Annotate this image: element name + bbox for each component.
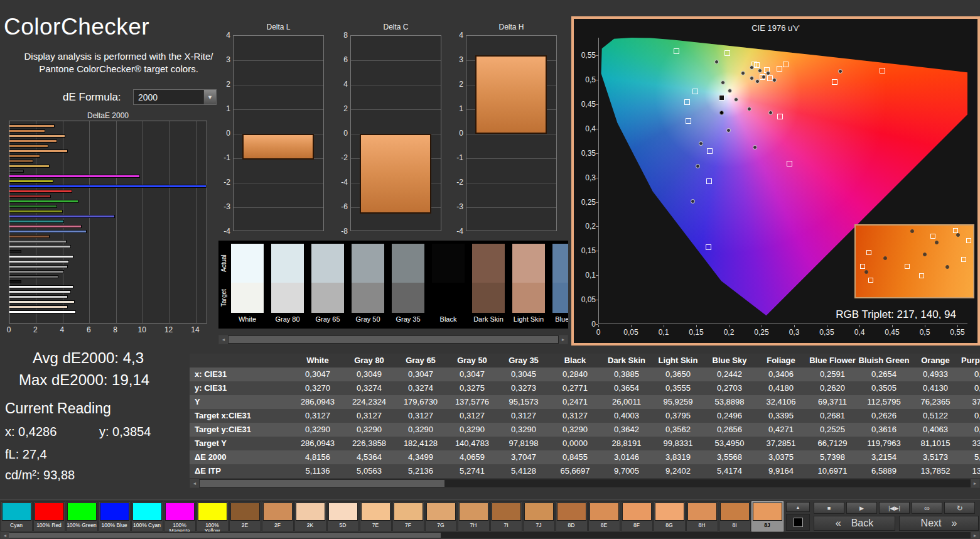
back-button[interactable]: « Back	[814, 516, 895, 531]
interval-button[interactable]: |◀▶|	[879, 502, 910, 514]
y-tick-label: 0,25	[574, 198, 596, 207]
transport-controls: ■ ▶ |◀▶| ∞ ↻	[814, 502, 975, 514]
patch-button[interactable]: 100% Green	[66, 501, 98, 531]
y-tick-label: -3	[210, 202, 230, 211]
patch-button[interactable]: Cyan	[1, 501, 33, 531]
patch-button[interactable]: 7J	[523, 501, 555, 531]
patch-actual-swatch	[392, 244, 424, 283]
table-cell: 0,3045	[498, 368, 549, 381]
deltae-bar	[9, 160, 33, 163]
de-formula-dropdown[interactable]: 2000 ▼	[133, 89, 217, 105]
stop-button[interactable]: ■	[814, 502, 844, 514]
y-tick-label: 4	[443, 31, 463, 40]
delta-h-chart: Delta H 43210-1-2-3-4	[443, 23, 557, 239]
patch-button[interactable]: 8G	[654, 501, 686, 531]
patch-button[interactable]: 7H	[458, 501, 490, 531]
patch-color-swatch	[132, 503, 162, 521]
table-cell: 0,3049	[343, 368, 395, 381]
gridline	[234, 109, 323, 110]
scroll-left-arrow-icon[interactable]: ◄	[219, 335, 228, 344]
table-cell: 5,1136	[292, 464, 343, 478]
patch-button[interactable]: 100% Cyan	[131, 501, 163, 531]
play-button[interactable]: ▶	[846, 502, 877, 514]
patch-button[interactable]: 7F	[392, 501, 424, 531]
y-tick-label: 0	[574, 320, 596, 329]
next-label: Next	[921, 518, 942, 529]
next-button[interactable]: Next »	[899, 516, 979, 531]
back-chevrons-icon: «	[836, 518, 841, 529]
table-scrollbar[interactable]: ◄ ►	[190, 479, 980, 488]
loop-button[interactable]: ∞	[912, 502, 942, 514]
patch-label: White	[227, 315, 267, 323]
patch-actual-swatch	[352, 244, 384, 283]
y-tick-mark	[596, 80, 598, 80]
measured-point	[750, 76, 754, 80]
patch-color-swatch	[524, 503, 554, 521]
pattern-square-icon	[794, 518, 803, 527]
patch-button[interactable]: 100% Magenta	[164, 501, 196, 531]
refresh-button[interactable]: ↻	[944, 502, 975, 514]
deltae-bar	[9, 240, 67, 243]
scroll-left-arrow-icon[interactable]: ◄	[1, 532, 9, 538]
scroll-right-arrow-icon[interactable]: ►	[971, 532, 979, 538]
patch-button-label: Cyan	[1, 523, 31, 528]
deltae-bar	[9, 285, 73, 288]
patch-button[interactable]: 5D	[327, 501, 359, 531]
patch-button-label: 7H	[458, 523, 488, 528]
y-tick-label: 8	[328, 31, 348, 40]
scrollbar-thumb[interactable]	[200, 480, 444, 487]
interval-icon: |◀▶|	[888, 505, 900, 511]
table-cell: 0,3290	[343, 423, 395, 437]
deltae-bar	[9, 265, 68, 268]
chart-plot	[233, 35, 324, 231]
patch-button[interactable]: 100% Blue	[99, 501, 131, 531]
table-cell: 5,0563	[343, 464, 395, 478]
table-cell: 5,6641	[961, 450, 980, 464]
table-cell: 99,8331	[652, 437, 704, 450]
deltae-bar	[9, 150, 68, 153]
scroll-right-arrow-icon[interactable]: ►	[971, 479, 979, 487]
x-tick-mark	[925, 325, 925, 327]
corner-cell	[190, 354, 292, 368]
patch-button-label: 8I	[719, 523, 750, 528]
scrollbar-thumb[interactable]	[9, 533, 441, 538]
x-tick-label: 0,2	[718, 328, 740, 337]
patch-target-swatch	[512, 283, 545, 313]
patch-button[interactable]: 7I	[490, 501, 522, 531]
deltae-bar	[9, 255, 73, 258]
patch-color-swatch	[361, 503, 390, 521]
x-tick-mark	[631, 325, 632, 327]
patch-button[interactable]: 100% Yellow	[197, 501, 229, 531]
table-cell: 37,0590	[961, 395, 980, 409]
patch-button[interactable]: 7E	[360, 501, 392, 531]
patch-button[interactable]: 2F	[262, 501, 294, 531]
patch-button[interactable]: 8E	[588, 501, 620, 531]
deltae-bar	[9, 205, 57, 208]
target-square	[754, 62, 760, 68]
swatch-strip-scrollbar[interactable]: ◄ ►	[218, 335, 568, 344]
patch-label: Gray 65	[308, 315, 348, 323]
patch-button[interactable]: 8D	[556, 501, 588, 531]
scroll-left-arrow-icon[interactable]: ◄	[190, 479, 199, 487]
scroll-right-arrow-icon[interactable]: ►	[559, 335, 568, 344]
table-cell: 97,8198	[498, 437, 549, 450]
deltae-bar	[9, 225, 82, 228]
patch-button[interactable]: 100% Red	[33, 501, 65, 531]
table-cell: 4,3499	[395, 450, 446, 464]
scrollbar-thumb[interactable]	[229, 336, 558, 343]
patch-button[interactable]: 8H	[686, 501, 718, 531]
patch-button[interactable]: 7G	[425, 501, 457, 531]
patch-button[interactable]: 2E	[229, 501, 261, 531]
bottom-scrollbar[interactable]: ◄ ►	[0, 531, 980, 539]
inset-target-square	[868, 278, 873, 283]
patch-button[interactable]: 8I	[719, 501, 751, 531]
target-square	[706, 178, 712, 184]
inset-measured-point	[923, 253, 927, 256]
patch-button[interactable]: 8F	[621, 501, 653, 531]
table-cell: 0,4130	[910, 381, 961, 395]
patch-button[interactable]: 8J	[751, 501, 783, 531]
scroll-up-button[interactable]: ▲	[786, 502, 810, 512]
pattern-window-button[interactable]	[786, 514, 810, 531]
table-cell: 69,3711	[807, 395, 858, 409]
patch-button[interactable]: 2K	[294, 501, 326, 531]
